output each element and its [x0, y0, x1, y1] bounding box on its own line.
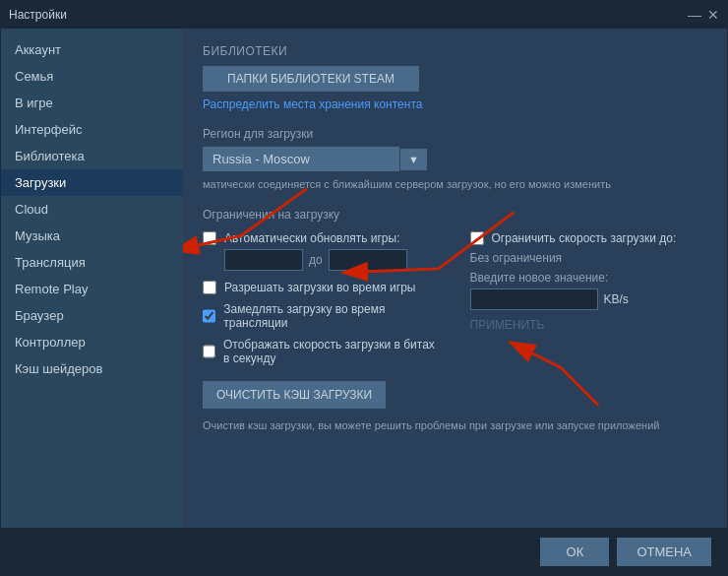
speed-value-input[interactable]	[470, 288, 598, 310]
limits-section-title: Ограничения на загрузку	[203, 208, 707, 222]
titlebar-title: Настройки	[9, 8, 67, 22]
auto-update-from-input[interactable]	[224, 249, 303, 271]
distribute-storage-link[interactable]: Распределить места хранения контента	[203, 97, 707, 111]
show-speed-bits-row: Отображать скорость загрузки в битах в с…	[203, 338, 441, 365]
sidebar-item-library[interactable]: Библиотека	[1, 143, 183, 169]
throttle-streaming-checkbox[interactable]	[203, 309, 215, 323]
region-section-title: Регион для загрузки	[203, 127, 707, 141]
allow-game-checkbox[interactable]	[203, 281, 216, 294]
sidebar-item-music[interactable]: Музыка	[1, 223, 183, 249]
auto-update-row: Автоматически обновлять игры:	[203, 231, 441, 245]
auto-update-between-label: до	[309, 253, 323, 267]
region-note: матически соединяется с ближайшим сервер…	[203, 177, 707, 192]
content: Аккаунт Семья В игре Интерфейс Библиотек…	[1, 29, 727, 528]
allow-game-row: Разрешать загрузки во время игры	[203, 281, 441, 294]
dropdown-arrow-icon: ▼	[399, 149, 427, 170]
main-panel: Библиотеки ПАПКИ БИБЛИОТЕКИ STEAM Распре…	[183, 29, 727, 528]
region-dropdown-wrapper: Russia - Moscow ▼	[203, 147, 707, 171]
speed-enter-value-label: Введите новое значение:	[470, 271, 708, 285]
cache-note: Очистив кэш загрузки, вы можете решить п…	[203, 418, 707, 433]
auto-update-checkbox[interactable]	[203, 231, 216, 245]
apply-button[interactable]: ПРИМЕНИТЬ	[470, 316, 545, 334]
titlebar-controls: — ✕	[688, 8, 719, 22]
sidebar-item-interface[interactable]: Интерфейс	[1, 116, 183, 143]
auto-update-label: Автоматически обновлять игры:	[224, 231, 399, 245]
sidebar-item-controller[interactable]: Контроллер	[1, 329, 183, 355]
show-speed-bits-label: Отображать скорость загрузки в битах в с…	[223, 338, 441, 365]
show-speed-bits-checkbox[interactable]	[203, 345, 215, 358]
sidebar-item-family[interactable]: Семья	[1, 63, 183, 90]
speed-limit-label: Ограничить скорость загрузки до:	[492, 231, 677, 245]
left-checks: Автоматически обновлять игры: до Разреша…	[203, 231, 441, 373]
limits-columns: Автоматически обновлять игры: до Разреша…	[203, 231, 707, 373]
close-button[interactable]: ✕	[707, 8, 719, 22]
throttle-streaming-row: Замедлять загрузку во время трансляции	[203, 302, 441, 330]
speed-limit-row: Ограничить скорость загрузки до:	[470, 231, 708, 245]
allow-game-label: Разрешать загрузки во время игры	[224, 281, 415, 294]
speed-input-wrapper: KB/s	[470, 288, 708, 310]
auto-update-to-input[interactable]	[329, 249, 407, 271]
auto-update-inputs: до	[224, 249, 441, 271]
sidebar: Аккаунт Семья В игре Интерфейс Библиотек…	[1, 29, 183, 528]
library-folders-button[interactable]: ПАПКИ БИБЛИОТЕКИ STEAM	[203, 66, 419, 92]
clear-cache-button[interactable]: ОЧИСТИТЬ КЭШ ЗАГРУЗКИ	[203, 381, 386, 409]
sidebar-item-account[interactable]: Аккаунт	[1, 36, 183, 63]
sidebar-item-remoteplay[interactable]: Remote Play	[1, 276, 183, 302]
sidebar-item-cloud[interactable]: Cloud	[1, 196, 183, 223]
sidebar-item-broadcast[interactable]: Трансляция	[1, 249, 183, 276]
library-section-title: Библиотеки	[203, 44, 707, 58]
sidebar-item-shadercache[interactable]: Кэш шейдеров	[1, 355, 183, 382]
sidebar-item-ingame[interactable]: В игре	[1, 90, 183, 116]
dialog: Настройки — ✕ Аккаунт Семья В игре Интер…	[0, 0, 728, 576]
speed-limit-checkbox[interactable]	[470, 231, 484, 245]
region-dropdown[interactable]: Russia - Moscow	[203, 147, 399, 171]
titlebar: Настройки — ✕	[1, 1, 727, 29]
ok-button[interactable]: ОК	[540, 538, 609, 566]
right-checks: Ограничить скорость загрузки до: Без огр…	[460, 231, 708, 373]
speed-unit-label: KB/s	[604, 292, 629, 306]
footer: ОК ОТМЕНА	[1, 528, 727, 575]
speed-no-limit-text: Без ограничения	[470, 251, 708, 265]
sidebar-item-browser[interactable]: Браузер	[1, 302, 183, 329]
cancel-button[interactable]: ОТМЕНА	[617, 538, 711, 566]
throttle-streaming-label: Замедлять загрузку во время трансляции	[223, 302, 440, 330]
sidebar-item-downloads[interactable]: Загрузки	[1, 169, 183, 196]
minimize-button[interactable]: —	[688, 8, 701, 22]
